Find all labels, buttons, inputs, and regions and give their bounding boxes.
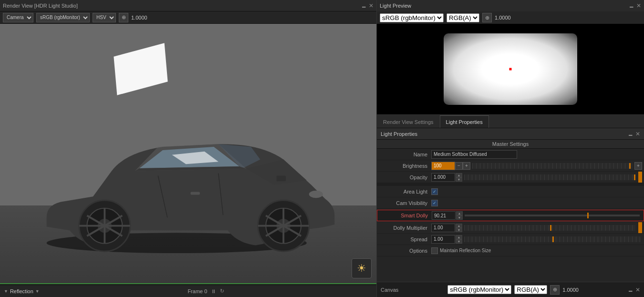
spread-up-button[interactable]: ▲ xyxy=(456,235,462,239)
light-glow-shape xyxy=(444,33,577,105)
opacity-slider[interactable] xyxy=(464,174,635,180)
render-view-toolbar: Camera sRGB (rgbMonitor) HSV ⊕ 1.0000 xyxy=(0,11,376,24)
prop-close-icon[interactable]: ✕ xyxy=(635,131,640,137)
dolly-right-indicator xyxy=(638,222,642,233)
exposure-value: 1.0000 xyxy=(131,15,147,20)
light-preview-canvas xyxy=(377,24,644,114)
brightness-plus-button[interactable]: + xyxy=(463,162,470,170)
green-progress-line xyxy=(0,283,376,284)
dolly-multiplier-slider[interactable] xyxy=(464,225,635,231)
car-svg xyxy=(14,78,348,255)
cam-visibility-label: Cam Visibility xyxy=(379,200,431,206)
lp-close-icon[interactable]: ✕ xyxy=(636,2,641,9)
brightness-slider-thumb xyxy=(629,163,631,169)
tab-render-view-settings[interactable]: Render View Settings xyxy=(377,115,440,128)
refresh-icon[interactable]: ↻ xyxy=(220,288,224,294)
area-light-checkbox[interactable]: ✓ xyxy=(431,188,438,195)
smart-dolly-thumb xyxy=(587,213,589,218)
brightness-slider[interactable] xyxy=(472,163,633,169)
spread-value[interactable]: 1.00 xyxy=(431,235,455,244)
smart-dolly-spinner: ▲ ▼ xyxy=(456,211,463,220)
render-view-bottom: ▼ Reflection ▼ Frame 0 ⏸ ↻ xyxy=(0,283,376,297)
opacity-down-button[interactable]: ▼ xyxy=(456,177,462,182)
canvas-color-picker-icon[interactable]: ⊕ xyxy=(550,285,560,295)
dolly-multiplier-value[interactable]: 1.00 xyxy=(431,224,455,232)
colorspace-select[interactable]: sRGB (rgbMonitor) xyxy=(36,13,90,22)
smart-dolly-value[interactable]: 90.21 xyxy=(432,211,456,220)
name-value[interactable]: Medium Softbox Diffused xyxy=(431,150,517,159)
right-panel: Light Preview 🗕 ✕ sRGB (rgbMonitor) RGB(… xyxy=(377,0,644,297)
pause-icon[interactable]: ⏸ xyxy=(211,288,216,294)
prop-row-area-light: Area Light ✓ xyxy=(377,186,644,197)
canvas-panel: Canvas sRGB (rgbMonitor) RGB(A) ⊕ 1.0000… xyxy=(377,282,644,297)
close-icon[interactable]: ✕ xyxy=(369,2,374,9)
canvas-mode-select[interactable]: RGB(A) xyxy=(514,285,547,294)
properties-titlebar: Light Properties 🗕 ✕ xyxy=(377,128,644,140)
spread-label: Spread xyxy=(379,236,431,242)
canvas-colorspace-select[interactable]: sRGB (rgbMonitor) xyxy=(447,285,511,294)
spread-thumb xyxy=(552,236,554,242)
brightness-minus-button[interactable]: − xyxy=(455,162,463,170)
lp-mode-select[interactable]: RGB(A) xyxy=(447,13,479,22)
render-canvas: ☀ xyxy=(0,24,376,283)
svg-rect-19 xyxy=(190,192,199,195)
dropdown-arrow-icon: ▼ xyxy=(4,289,8,294)
prop-row-dolly-multiplier: Dolly Multiplier 1.00 ▲ ▼ xyxy=(377,222,644,234)
opacity-value[interactable]: 1.000 xyxy=(431,173,455,182)
lp-exposure-value: 1.0000 xyxy=(495,15,511,20)
canvas-value: 1.0000 xyxy=(562,287,579,293)
render-view-controls: 🗕 ✕ xyxy=(361,2,374,9)
svg-rect-17 xyxy=(277,175,286,181)
prop-row-name: Name Medium Softbox Diffused xyxy=(377,149,644,160)
prop-row-smart-dolly: Smart Dolly 90.21 ▲ ▼ xyxy=(377,210,644,221)
lp-color-picker-icon[interactable]: ⊕ xyxy=(482,13,492,22)
lp-colorspace-select[interactable]: sRGB (rgbMonitor) xyxy=(380,13,444,22)
spread-down-button[interactable]: ▼ xyxy=(456,239,462,244)
brightness-label: Brightness xyxy=(379,163,431,169)
spread-spinner: ▲ ▼ xyxy=(456,235,462,244)
opacity-up-button[interactable]: ▲ xyxy=(456,173,462,177)
render-view-panel: Render View [HDR Light Studio] 🗕 ✕ Camer… xyxy=(0,0,377,297)
smart-dolly-slider[interactable] xyxy=(465,215,640,216)
smart-dolly-down-button[interactable]: ▼ xyxy=(456,215,463,220)
camera-select[interactable]: Camera xyxy=(3,13,33,22)
brightness-max-button[interactable]: + xyxy=(634,162,642,170)
brightness-value[interactable]: 100 xyxy=(431,162,455,170)
dolly-multiplier-up-button[interactable]: ▲ xyxy=(456,224,462,228)
render-view-titlebar: Render View [HDR Light Studio] 🗕 ✕ xyxy=(0,0,376,11)
minimize-icon[interactable]: 🗕 xyxy=(361,2,367,9)
prop-row-spread: Spread 1.00 ▲ ▼ xyxy=(377,234,644,245)
prop-controls: 🗕 ✕ xyxy=(628,131,640,137)
light-preview-panel: Light Preview 🗕 ✕ sRGB (rgbMonitor) RGB(… xyxy=(377,0,644,115)
light-preview-toolbar: sRGB (rgbMonitor) RGB(A) ⊕ 1.0000 xyxy=(377,11,644,24)
tabs-row: Render View Settings Light Properties xyxy=(377,115,644,128)
properties-panel: Light Properties 🗕 ✕ Master Settings Nam… xyxy=(377,128,644,282)
area-light-label: Area Light xyxy=(379,189,431,195)
tab-light-properties[interactable]: Light Properties xyxy=(440,115,489,128)
spread-slider[interactable] xyxy=(464,236,640,242)
mode-select[interactable]: HSV xyxy=(93,13,116,22)
opacity-spinner: ▲ ▼ xyxy=(456,173,462,182)
light-center-dot xyxy=(509,68,512,71)
maintain-reflection-label: Maintain Reflection Size xyxy=(440,248,491,253)
prop-row-opacity: Opacity 1.000 ▲ ▼ xyxy=(377,172,644,183)
smart-dolly-label: Smart Dolly xyxy=(379,213,432,218)
dolly-multiplier-label: Dolly Multiplier xyxy=(379,225,431,231)
prop-row-options: Options Maintain Reflection Size xyxy=(377,245,644,256)
dolly-multiplier-down-button[interactable]: ▼ xyxy=(456,228,462,232)
lp-minimize-icon[interactable]: 🗕 xyxy=(629,2,634,9)
car-scene: ☀ xyxy=(0,24,376,283)
sun-icon: ☀ xyxy=(352,258,372,278)
canvas-minimize-icon[interactable]: 🗕 xyxy=(628,287,634,293)
smart-dolly-up-button[interactable]: ▲ xyxy=(456,211,463,215)
reflection-dropdown[interactable]: ▼ Reflection ▼ xyxy=(4,288,40,294)
prop-row-brightness: Brightness 100 − + + xyxy=(377,160,644,172)
maintain-reflection-checkbox[interactable] xyxy=(431,247,438,254)
playback-controls: Frame 0 ⏸ ↻ xyxy=(187,288,224,294)
reflection-arrow-icon: ▼ xyxy=(35,289,40,294)
cam-visibility-checkbox[interactable]: ✓ xyxy=(431,200,438,206)
canvas-close-icon[interactable]: ✕ xyxy=(635,287,640,293)
prop-minimize-icon[interactable]: 🗕 xyxy=(628,131,634,137)
render-view-bottom-bar: ▼ Reflection ▼ Frame 0 ⏸ ↻ xyxy=(0,285,376,297)
color-picker-icon[interactable]: ⊕ xyxy=(119,13,128,22)
